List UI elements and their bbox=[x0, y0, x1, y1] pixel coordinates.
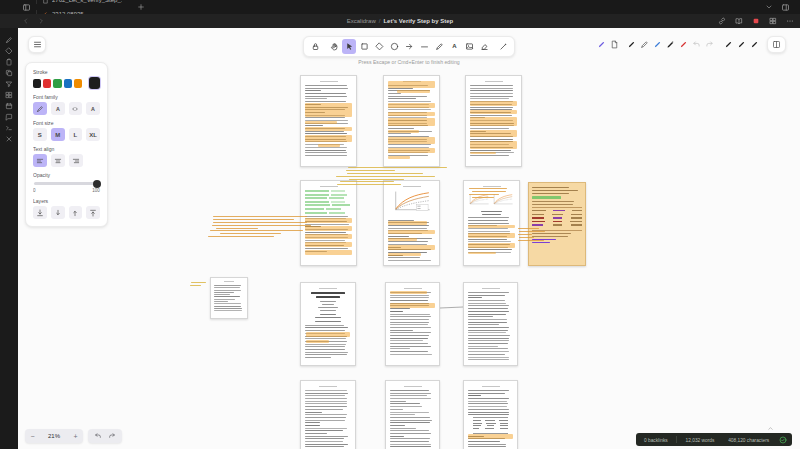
stroke-swatch-1[interactable] bbox=[43, 79, 51, 88]
send-to-back-button[interactable] bbox=[33, 206, 47, 219]
tab-list-chevron-icon[interactable] bbox=[765, 3, 773, 11]
link-icon[interactable] bbox=[718, 17, 726, 25]
paper-page-6[interactable] bbox=[463, 180, 520, 266]
status-expand-icon[interactable] bbox=[767, 425, 774, 432]
selected-stroke-swatch[interactable] bbox=[89, 77, 100, 89]
undo-dim-icon[interactable] bbox=[691, 38, 702, 52]
tool-selection[interactable] bbox=[342, 39, 356, 54]
font-size-M[interactable]: M bbox=[51, 128, 65, 141]
stroke-swatch-3[interactable] bbox=[64, 79, 72, 88]
menu-button[interactable] bbox=[28, 36, 46, 53]
font-family-hand-drawn[interactable] bbox=[33, 102, 47, 115]
excalidraw-canvas[interactable]: A Press Escape or Cmd+Enter to finish ed… bbox=[18, 28, 800, 449]
tool-rectangle[interactable] bbox=[357, 39, 371, 54]
ribbon-clipboard-icon[interactable] bbox=[5, 58, 13, 66]
right-sidebar-toggle-icon[interactable] bbox=[781, 3, 790, 12]
bring-to-front-button[interactable] bbox=[86, 206, 100, 219]
paper-page-5[interactable] bbox=[383, 180, 440, 266]
ribbon-filter-icon[interactable] bbox=[5, 80, 13, 88]
text-align-left[interactable] bbox=[33, 154, 47, 167]
font-family-code[interactable] bbox=[69, 102, 83, 115]
font-size-S[interactable]: S bbox=[33, 128, 47, 141]
redo-button[interactable] bbox=[108, 432, 116, 440]
stroke-swatch-4[interactable] bbox=[74, 79, 82, 88]
tool-eraser[interactable] bbox=[477, 39, 491, 54]
font-size-XL[interactable]: XL bbox=[86, 128, 100, 141]
redbox-icon[interactable] bbox=[752, 17, 760, 25]
ribbon-terminal-icon[interactable] bbox=[5, 124, 13, 132]
book-icon[interactable] bbox=[735, 17, 743, 25]
tab-1[interactable]: 2762_Let_s_Verify_Step_... bbox=[36, 0, 131, 7]
send-backward-button[interactable] bbox=[51, 206, 65, 219]
tool-image[interactable] bbox=[462, 39, 476, 54]
pen-black-3-icon[interactable] bbox=[736, 38, 747, 52]
highlight-mark bbox=[470, 141, 516, 149]
highlight-mark bbox=[388, 148, 434, 153]
tool-hand[interactable] bbox=[327, 39, 341, 54]
pen-black-icon[interactable] bbox=[626, 38, 637, 52]
title-bar-actions bbox=[718, 14, 794, 28]
pencil-outline-icon[interactable] bbox=[639, 38, 650, 52]
zoom-level[interactable]: 21% bbox=[40, 433, 68, 439]
paper-page-11[interactable] bbox=[385, 380, 440, 449]
new-tab-button[interactable] bbox=[137, 3, 145, 11]
ribbon-grid-icon[interactable] bbox=[5, 91, 13, 99]
text-align-center[interactable] bbox=[51, 154, 65, 167]
pen-purple-icon[interactable] bbox=[596, 38, 607, 52]
sync-ok-icon[interactable] bbox=[779, 436, 787, 444]
backlinks-count[interactable]: 0 backlinks bbox=[644, 437, 668, 442]
script-doc-icon[interactable] bbox=[609, 38, 620, 52]
sidebar-toggle-icon[interactable] bbox=[22, 3, 31, 12]
tool-arrow[interactable] bbox=[402, 39, 416, 54]
opacity-slider[interactable] bbox=[34, 182, 99, 185]
zoom-in-button[interactable]: + bbox=[68, 433, 83, 440]
paper-page-3[interactable] bbox=[465, 75, 522, 167]
stroke-swatch-0[interactable] bbox=[33, 79, 41, 88]
grid-icon[interactable] bbox=[769, 17, 777, 25]
tool-ellipse[interactable] bbox=[387, 39, 401, 54]
ribbon-calendar-icon[interactable] bbox=[5, 102, 13, 110]
stroke-swatch-2[interactable] bbox=[53, 79, 61, 88]
ribbon-chat-icon[interactable] bbox=[5, 113, 13, 121]
tool-diamond[interactable] bbox=[372, 39, 386, 54]
bring-forward-button[interactable] bbox=[69, 206, 83, 219]
highlight-mark bbox=[388, 156, 410, 159]
paper-page-9[interactable] bbox=[463, 282, 518, 366]
font-family-local-font[interactable]: A bbox=[86, 102, 100, 115]
redo-dim-icon[interactable] bbox=[704, 38, 715, 52]
dots-icon[interactable] bbox=[786, 17, 794, 25]
pen-black-2-icon[interactable] bbox=[723, 38, 734, 52]
small-note-page[interactable] bbox=[210, 277, 248, 319]
paper-page-8[interactable] bbox=[385, 282, 440, 366]
paper-page-1[interactable] bbox=[300, 75, 357, 167]
font-size-L[interactable]: L bbox=[69, 128, 83, 141]
undo-button[interactable] bbox=[94, 432, 102, 440]
pen-black-4-icon[interactable] bbox=[749, 38, 760, 52]
ribbon-copy-icon[interactable] bbox=[5, 69, 13, 77]
text-align-right[interactable] bbox=[69, 154, 83, 167]
library-button[interactable] bbox=[767, 36, 786, 53]
font-family-normal[interactable]: A bbox=[51, 102, 65, 115]
tool-text[interactable]: A bbox=[447, 39, 461, 54]
highlight-mark bbox=[397, 90, 430, 93]
highlight-mark bbox=[470, 117, 516, 126]
highlight-mark bbox=[305, 135, 351, 141]
highlight-mark bbox=[388, 130, 418, 133]
tool-lock[interactable] bbox=[308, 39, 322, 54]
pen-star-icon[interactable] bbox=[665, 38, 676, 52]
opacity-slider-knob[interactable] bbox=[93, 180, 101, 188]
tool-line[interactable] bbox=[417, 39, 431, 54]
ribbon-pencil-icon[interactable] bbox=[5, 36, 13, 44]
ribbon-close-icon[interactable] bbox=[5, 135, 13, 143]
zoom-out-button[interactable]: − bbox=[25, 433, 40, 440]
paper-page-12[interactable] bbox=[463, 380, 518, 449]
pen-red-icon[interactable] bbox=[678, 38, 689, 52]
tool-draw[interactable] bbox=[432, 39, 446, 54]
handwritten-annotation-2 bbox=[205, 216, 315, 262]
paper-page-7[interactable] bbox=[300, 282, 356, 366]
paper-page-10[interactable] bbox=[300, 380, 356, 449]
paper-page-2[interactable] bbox=[383, 75, 440, 167]
ribbon-diamond-icon[interactable] bbox=[5, 47, 13, 55]
tool-laser[interactable] bbox=[496, 39, 510, 54]
pen-blue-icon[interactable] bbox=[652, 38, 663, 52]
